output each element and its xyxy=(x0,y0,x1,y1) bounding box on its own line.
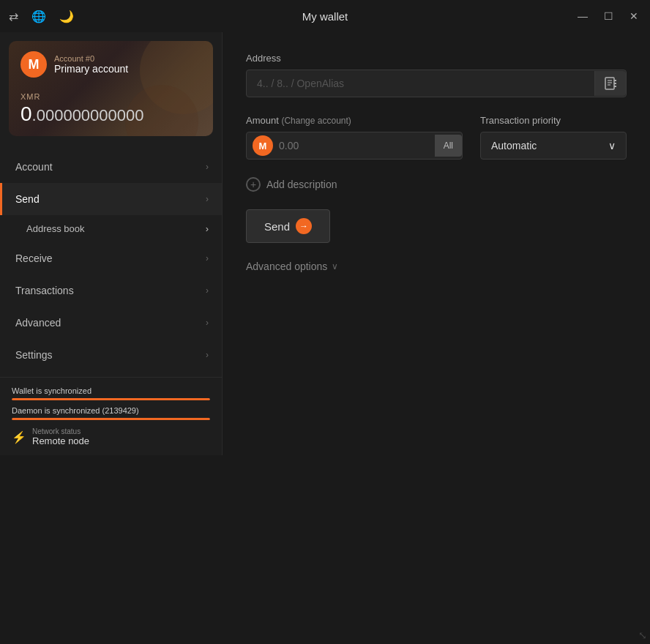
bolt-icon: ⚡ xyxy=(12,430,26,444)
add-description-icon: + xyxy=(246,177,261,192)
daemon-sync-item: Daemon is synchronized (2139429) xyxy=(12,406,210,420)
account-name: Primary account xyxy=(54,63,128,75)
send-button[interactable]: Send → xyxy=(246,209,330,243)
wallet-sync-item: Wallet is synchronized xyxy=(12,386,210,400)
daemon-sync-bar xyxy=(12,418,210,420)
chevron-right-icon: › xyxy=(206,350,209,360)
send-arrow-icon: → xyxy=(296,218,312,234)
titlebar: ⇄ 🌐 🌙 My wallet — ☐ ✕ xyxy=(0,0,650,32)
balance-amount: 0.000000000000 xyxy=(20,102,201,126)
window-title: My wallet xyxy=(302,10,348,23)
network-label: Network status xyxy=(32,427,89,435)
window-controls: — ☐ ✕ xyxy=(575,7,641,25)
balance-integer: 0 xyxy=(20,102,32,125)
all-button[interactable]: All xyxy=(435,135,462,157)
advanced-options-label: Advanced options xyxy=(246,261,327,272)
address-input-wrapper xyxy=(246,70,627,97)
sidebar-item-account-label: Account xyxy=(15,161,53,173)
main-content: Address xyxy=(223,32,650,455)
balance-decimal: .000000000000 xyxy=(32,106,144,124)
svg-rect-4 xyxy=(614,80,616,81)
account-card: M Account #0 Primary account XMR 0.00000… xyxy=(9,41,213,136)
wallet-sync-fill xyxy=(12,398,210,400)
monero-logo: M xyxy=(20,51,47,78)
app-body: M Account #0 Primary account XMR 0.00000… xyxy=(0,32,650,455)
account-header: M Account #0 Primary account xyxy=(20,51,201,78)
network-status: ⚡ Network status Remote node xyxy=(12,427,210,446)
monero-icon-small: M xyxy=(253,135,273,156)
sidebar-item-address-book[interactable]: Address book › xyxy=(0,215,222,242)
maximize-button[interactable]: ☐ xyxy=(601,7,616,25)
daemon-sync-label: Daemon is synchronized (2139429) xyxy=(12,406,210,415)
network-value: Remote node xyxy=(32,435,89,446)
sidebar-item-send-label: Send xyxy=(15,193,40,205)
address-book-icon xyxy=(604,77,617,90)
chevron-down-icon: ∨ xyxy=(608,140,616,151)
svg-rect-6 xyxy=(614,86,616,87)
wallet-sync-bar xyxy=(12,398,210,400)
sidebar-item-settings[interactable]: Settings › xyxy=(0,339,222,371)
sidebar-item-receive[interactable]: Receive › xyxy=(0,242,222,274)
chevron-right-icon: › xyxy=(206,194,209,204)
advanced-options[interactable]: Advanced options ∨ xyxy=(246,261,627,272)
address-label: Address xyxy=(246,53,627,64)
moon-icon[interactable]: 🌙 xyxy=(59,10,74,23)
wallet-sync-label: Wallet is synchronized xyxy=(12,386,210,395)
transfer-icon[interactable]: ⇄ xyxy=(9,10,18,23)
sidebar-item-transactions-label: Transactions xyxy=(15,285,74,296)
sidebar-item-advanced[interactable]: Advanced › xyxy=(0,307,222,339)
address-input[interactable] xyxy=(247,70,594,97)
priority-group: Transaction priority Automatic ∨ xyxy=(480,115,627,160)
amount-priority-row: Amount (Change account) M All Transactio… xyxy=(246,115,627,160)
svg-rect-5 xyxy=(614,83,616,84)
account-number: Account #0 xyxy=(54,54,128,63)
chevron-right-icon: › xyxy=(206,253,209,263)
sidebar-item-address-book-label: Address book xyxy=(26,223,85,234)
sidebar: M Account #0 Primary account XMR 0.00000… xyxy=(0,32,223,455)
amount-label: Amount (Change account) xyxy=(246,115,463,126)
sidebar-item-send[interactable]: Send › xyxy=(0,183,222,215)
change-account-link[interactable]: (Change account) xyxy=(281,116,351,126)
minimize-button[interactable]: — xyxy=(575,7,591,25)
chevron-right-icon: › xyxy=(206,223,209,234)
sidebar-item-settings-label: Settings xyxy=(15,349,53,361)
svg-rect-0 xyxy=(605,78,614,89)
resize-handle[interactable]: ⤡ xyxy=(638,629,647,641)
sidebar-item-transactions[interactable]: Transactions › xyxy=(0,274,222,307)
close-button[interactable]: ✕ xyxy=(627,7,641,25)
chevron-down-icon: ∨ xyxy=(332,261,338,272)
globe-icon[interactable]: 🌐 xyxy=(31,10,46,23)
add-description-label: Add description xyxy=(266,179,337,190)
add-description[interactable]: + Add description xyxy=(246,177,627,192)
sidebar-footer: Wallet is synchronized Daemon is synchro… xyxy=(0,377,222,455)
chevron-right-icon: › xyxy=(206,162,209,172)
chevron-right-icon: › xyxy=(206,318,209,328)
priority-label: Transaction priority xyxy=(480,115,627,126)
account-balance: XMR 0.000000000000 xyxy=(20,89,201,126)
send-button-label: Send xyxy=(264,220,290,233)
address-book-button[interactable] xyxy=(594,71,626,96)
amount-input[interactable] xyxy=(279,132,435,159)
sidebar-item-advanced-label: Advanced xyxy=(15,317,61,329)
amount-group: Amount (Change account) M All xyxy=(246,115,463,160)
nav-items: Account › Send › Address book › Receive … xyxy=(0,145,222,377)
titlebar-left-icons: ⇄ 🌐 🌙 xyxy=(9,10,74,23)
sidebar-item-account[interactable]: Account › xyxy=(0,151,222,183)
account-info: Account #0 Primary account xyxy=(54,54,128,75)
amount-input-wrapper: M All xyxy=(246,132,463,160)
chevron-right-icon: › xyxy=(206,285,209,296)
network-info: Network status Remote node xyxy=(32,427,89,446)
sidebar-item-receive-label: Receive xyxy=(15,252,53,264)
balance-label: XMR xyxy=(20,92,40,101)
priority-select[interactable]: Automatic ∨ xyxy=(480,132,627,160)
priority-value: Automatic xyxy=(491,140,537,151)
daemon-sync-fill xyxy=(12,418,210,420)
